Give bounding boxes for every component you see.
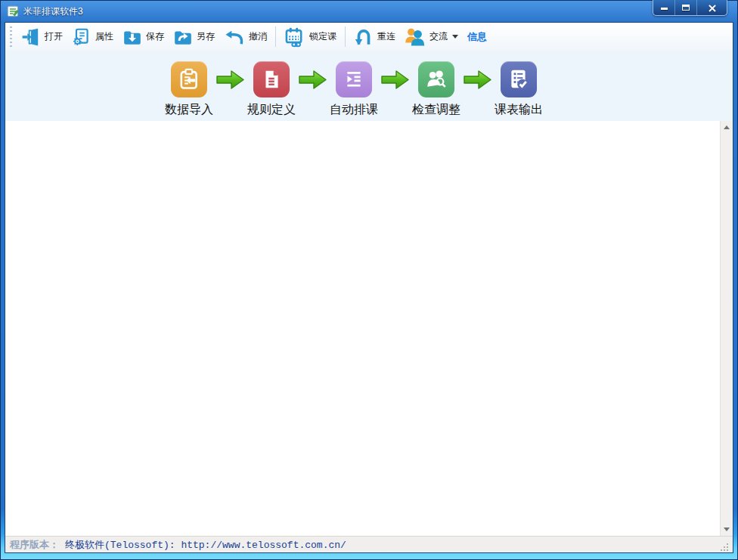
close-icon <box>708 4 716 12</box>
scroll-down-button[interactable] <box>721 523 733 536</box>
info-link[interactable]: 信息 <box>464 28 490 46</box>
step-label: 课表输出 <box>495 102 543 118</box>
timetable-output-icon <box>501 61 537 97</box>
main-canvas[interactable] <box>5 121 733 536</box>
version-label: 程序版本： <box>10 538 59 552</box>
community-label: 交流 <box>429 30 448 43</box>
scroll-up-button[interactable] <box>721 121 733 134</box>
step-data-import[interactable]: 数据导入 <box>170 51 208 118</box>
lock-course-button[interactable]: 锁定课 <box>280 24 341 50</box>
step-label: 数据导入 <box>165 102 213 118</box>
undo-label: 撤消 <box>249 30 267 43</box>
step-timetable-output[interactable]: 课表输出 <box>500 51 538 118</box>
workflow-arrow-icon <box>290 70 335 90</box>
save-folder-icon <box>122 27 142 47</box>
save-button[interactable]: 保存 <box>118 25 169 49</box>
open-door-icon <box>21 27 41 47</box>
workflow-arrow-icon <box>208 70 253 90</box>
vertical-scrollbar[interactable] <box>720 121 733 536</box>
maximize-icon <box>682 5 690 11</box>
people-icon <box>405 26 426 48</box>
toolbar: 打开 属性 <box>5 23 733 51</box>
step-rule-definition[interactable]: 规则定义 <box>253 51 290 118</box>
rule-definition-icon <box>253 61 290 97</box>
save-as-label: 另存 <box>197 30 215 43</box>
data-import-icon <box>171 61 207 97</box>
undo-arrow-icon <box>224 27 245 47</box>
properties-label: 属性 <box>95 30 113 43</box>
toolbar-separator <box>275 26 276 47</box>
toolbar-gripper[interactable] <box>10 26 12 48</box>
step-check-adjust[interactable]: 检查调整 <box>417 51 455 118</box>
open-label: 打开 <box>45 30 63 43</box>
statusbar: 程序版本： 终极软件(Telossoft): http://www.teloss… <box>5 536 733 552</box>
window-title: 米菲排课软件3 <box>23 5 83 18</box>
app-icon <box>7 5 19 17</box>
resize-grip[interactable] <box>719 542 730 552</box>
maximize-button[interactable] <box>675 0 697 15</box>
toolbar-separator <box>345 26 346 47</box>
reconnect-label: 重连 <box>377 30 395 43</box>
properties-button[interactable]: 属性 <box>67 25 118 49</box>
save-as-button[interactable]: 另存 <box>169 25 219 49</box>
reconnect-button[interactable]: 重连 <box>349 25 400 49</box>
app-window: 米菲排课软件3 打开 <box>0 0 738 560</box>
triangle-down-icon <box>724 528 730 531</box>
step-label: 规则定义 <box>247 102 296 118</box>
save-as-folder-icon <box>173 27 193 47</box>
save-label: 保存 <box>146 30 164 43</box>
step-auto-schedule[interactable]: 自动排课 <box>335 51 373 118</box>
step-label: 自动排课 <box>330 102 378 118</box>
window-controls <box>653 0 727 16</box>
step-label: 检查调整 <box>412 102 460 118</box>
auto-schedule-icon <box>336 61 372 97</box>
titlebar[interactable]: 米菲排课软件3 <box>1 1 737 22</box>
open-button[interactable]: 打开 <box>17 25 67 49</box>
check-adjust-icon <box>418 61 454 97</box>
triangle-up-icon <box>724 125 730 129</box>
lock-course-label: 锁定课 <box>309 30 336 43</box>
community-button[interactable]: 交流 <box>400 24 464 50</box>
workflow-arrow-icon <box>455 70 500 90</box>
lock-course-calendar-icon <box>284 26 305 48</box>
close-button[interactable] <box>697 0 727 15</box>
chevron-down-icon <box>452 35 458 39</box>
undo-button[interactable]: 撤消 <box>219 25 271 49</box>
properties-gear-icon <box>72 27 91 47</box>
minimize-button[interactable] <box>653 0 675 15</box>
workflow-strip: 数据导入 规则定义 <box>5 51 733 121</box>
vendor-url-text: 终极软件(Telossoft): http://www.telossoft.co… <box>65 538 346 552</box>
workflow-arrow-icon <box>373 70 417 90</box>
minimize-icon <box>661 8 668 10</box>
client-area: 打开 属性 <box>5 22 733 553</box>
reconnect-arrow-icon <box>354 27 374 47</box>
